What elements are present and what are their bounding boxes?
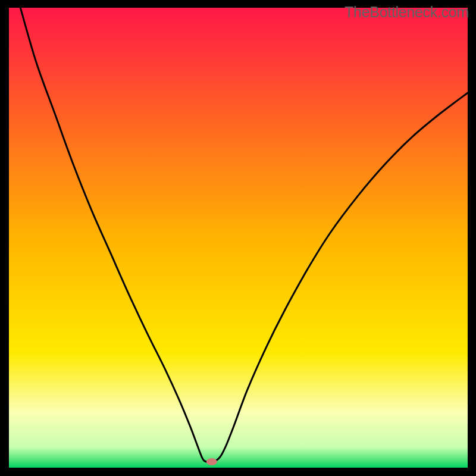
chart-svg	[0, 0, 476, 476]
plot-background	[9, 8, 468, 468]
watermark-text: TheBottleneck.com	[345, 4, 469, 21]
bottleneck-chart: TheBottleneck.com	[0, 0, 476, 476]
optimum-marker	[206, 458, 217, 465]
